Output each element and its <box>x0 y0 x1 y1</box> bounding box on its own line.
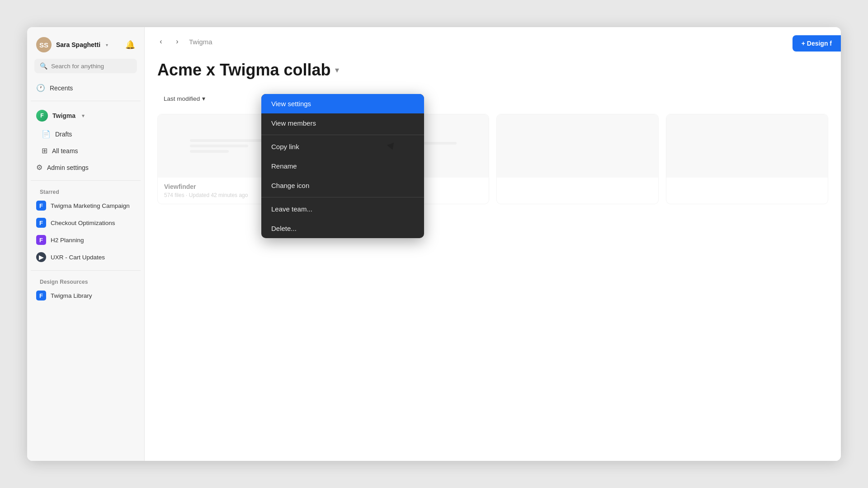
clock-icon: 🕐 <box>36 84 45 92</box>
sidebar-item-twigma[interactable]: F Twigma ▾ <box>31 106 141 126</box>
bell-icon[interactable]: 🔔 <box>125 40 135 50</box>
sidebar-item-recents[interactable]: 🕐 Recents <box>31 80 141 96</box>
proj-icon: F <box>36 291 46 300</box>
menu-item-leave-team[interactable]: Leave team... <box>261 199 424 219</box>
nav-divider <box>31 101 141 101</box>
sidebar-starred-checkout-opt[interactable]: F Checkout Optimizations <box>31 214 141 231</box>
app-window: SS Sara Spaghetti ▾ 🔔 🔍 🕐 Recents F Twig… <box>27 27 841 461</box>
search-icon: 🔍 <box>40 62 47 70</box>
design-resources-section-label: Design Resources <box>31 275 141 287</box>
context-menu: View settings View members Copy link Ren… <box>261 94 424 238</box>
menu-divider-1 <box>261 135 424 135</box>
proj-icon: ▶ <box>36 252 46 262</box>
starred-item-label: H2 Planning <box>51 237 84 244</box>
chevron-down-icon: ▾ <box>82 113 85 119</box>
menu-divider-2 <box>261 197 424 197</box>
starred-item-label: Checkout Optimizations <box>51 220 115 226</box>
menu-item-change-icon[interactable]: Change icon <box>261 176 424 195</box>
nav-divider-3 <box>31 270 141 271</box>
starred-section-label: Starred <box>31 185 141 197</box>
search-input[interactable] <box>51 63 132 70</box>
starred-item-label: Twigma Library <box>51 292 92 299</box>
sidebar-nav: 🕐 Recents F Twigma ▾ 📄 Drafts ⊞ All team… <box>27 80 144 304</box>
menu-item-copy-link[interactable]: Copy link <box>261 137 424 156</box>
menu-item-view-members[interactable]: View members <box>261 113 424 133</box>
menu-item-rename[interactable]: Rename <box>261 156 424 176</box>
proj-icon: F <box>36 235 46 245</box>
sidebar-starred-twigma-marketing[interactable]: F Twigma Marketing Campaign <box>31 197 141 214</box>
sidebar-item-admin[interactable]: ⚙ Admin settings <box>31 159 141 176</box>
user-name: Sara Spaghetti <box>56 41 100 48</box>
team-icon: F <box>36 110 48 122</box>
menu-item-view-settings[interactable]: View settings <box>261 94 424 113</box>
sidebar-starred-uxr-cart[interactable]: ▶ UXR - Cart Updates <box>31 249 141 266</box>
chevron-down-icon: ▾ <box>106 42 108 47</box>
proj-icon: F <box>36 218 46 228</box>
draft-icon: 📄 <box>42 130 51 138</box>
user-info[interactable]: SS Sara Spaghetti ▾ <box>36 37 108 52</box>
sidebar-item-label: Twigma <box>52 112 75 119</box>
sidebar-item-label: Drafts <box>55 131 72 138</box>
gear-icon: ⚙ <box>36 163 42 172</box>
sidebar-starred-h2-planning[interactable]: F H2 Planning <box>31 231 141 249</box>
sidebar-item-label: Recents <box>50 84 73 92</box>
sidebar-item-all-teams[interactable]: ⊞ All teams <box>31 142 141 159</box>
proj-icon: F <box>36 201 46 211</box>
starred-item-label: Twigma Marketing Campaign <box>51 202 130 209</box>
search-bar[interactable]: 🔍 <box>34 59 137 73</box>
main-content: ‹ › Twigma Acme x Twigma collab ▾ Last m… <box>145 27 841 461</box>
starred-item-label: UXR - Cart Updates <box>51 254 105 261</box>
sidebar-header: SS Sara Spaghetti ▾ 🔔 <box>27 27 144 59</box>
sidebar-item-drafts[interactable]: 📄 Drafts <box>31 126 141 142</box>
sidebar: SS Sara Spaghetti ▾ 🔔 🔍 🕐 Recents F Twig… <box>27 27 145 461</box>
menu-item-delete[interactable]: Delete... <box>261 219 424 238</box>
nav-divider-2 <box>31 180 141 181</box>
dropdown-overlay[interactable]: View settings View members Copy link Ren… <box>145 27 841 461</box>
grid-icon: ⊞ <box>42 146 47 155</box>
sidebar-item-label: All teams <box>52 147 78 155</box>
sidebar-design-resources-twigma-library[interactable]: F Twigma Library <box>31 287 141 304</box>
sidebar-item-label: Admin settings <box>47 164 89 171</box>
avatar: SS <box>36 37 52 52</box>
